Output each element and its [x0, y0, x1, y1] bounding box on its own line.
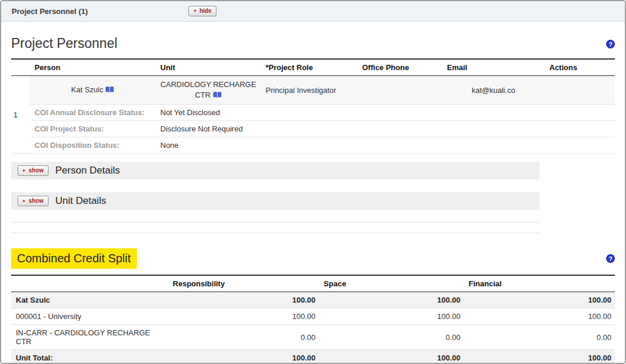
personnel-header-row: Person Unit *Project Role Office Phone E… [11, 59, 615, 76]
space-value: 100.00 [319, 292, 464, 308]
empty-rows-area [11, 212, 615, 233]
financial-value: 100.00 [464, 308, 615, 325]
expand-arrow-icon: ► [22, 168, 26, 173]
unit-details-bar: ► show Unit Details [11, 192, 539, 210]
coi-annual-disclosure-label: COI Annual Disclosure Status: [30, 105, 156, 121]
person-lookup-book-icon[interactable] [105, 86, 114, 95]
unit-details-label: Unit Details [56, 195, 106, 207]
unit-cell: CARDIOLOGY RECHARGE CTR [156, 76, 261, 105]
coi-project-status-row: COI Project Status: Disclosure Not Requi… [11, 121, 615, 137]
hide-button-label: hide [200, 8, 212, 14]
space-value: 0.00 [319, 325, 464, 350]
coi-annual-disclosure-value: Not Yet Disclosed [156, 105, 615, 121]
credit-row-label: 000001 - University [11, 308, 168, 325]
col-credit-name [11, 275, 168, 292]
combined-credit-split-section: Combined Credit Split ? Responsibility S… [11, 248, 615, 364]
credit-row-label: Unit Total: [11, 350, 168, 364]
show-button-label: show [29, 197, 44, 204]
project-role-cell: Principal Investigator [261, 76, 357, 105]
credit-row-label: IN-CARR - CARDIOLOGY RECHARGE CTR [11, 325, 168, 350]
hide-button[interactable]: ▼ hide [188, 6, 216, 16]
credit-row-university: 000001 - University 100.00 100.00 100.00 [11, 308, 615, 325]
responsibility-value: 100.00 [168, 350, 319, 364]
panel-content: Project Personnel ? Person Unit *Project… [1, 22, 625, 364]
unit-lookup-book-icon[interactable] [213, 91, 222, 100]
panel-title: Project Personnel (1) [12, 7, 88, 16]
empty-row-divider [11, 223, 539, 233]
credit-split-header-row: Responsibility Space Financial [11, 275, 615, 292]
financial-value: 0.00 [464, 325, 615, 350]
email-cell: kat@kuali.co [442, 76, 545, 105]
coi-disposition-status-label: COI Disposition Status: [30, 137, 156, 154]
credit-split-table: Responsibility Space Financial Kat Szulc… [11, 275, 615, 364]
credit-row-label: Kat Szulc [11, 292, 168, 308]
responsibility-value: 100.00 [168, 292, 319, 308]
credit-split-heading-row: Combined Credit Split ? [11, 248, 615, 269]
space-value: 100.00 [319, 350, 464, 364]
coi-project-status-value: Disclosure Not Required [156, 121, 615, 137]
personnel-section-heading: Project Personnel [11, 36, 118, 51]
unit-name: CARDIOLOGY RECHARGE CTR [160, 80, 256, 99]
project-personnel-panel: Project Personnel (1) ▼ hide Project Per… [0, 0, 626, 364]
coi-project-status-label: COI Project Status: [30, 121, 156, 137]
show-button-label: show [29, 167, 44, 174]
credit-row-cardiology: IN-CARR - CARDIOLOGY RECHARGE CTR 0.00 0… [11, 325, 615, 350]
responsibility-value: 0.00 [168, 325, 319, 350]
office-phone-cell [357, 76, 442, 105]
col-project-role: *Project Role [261, 59, 357, 76]
credit-row-unit-total: Unit Total: 100.00 100.00 100.00 [11, 350, 615, 364]
person-details-label: Person Details [56, 165, 121, 176]
col-responsibility: Responsibility [168, 275, 319, 292]
person-details-show-button[interactable]: ► show [18, 165, 49, 176]
responsibility-value: 100.00 [168, 308, 319, 325]
credit-split-heading: Combined Credit Split [11, 248, 137, 269]
col-office-phone: Office Phone [357, 59, 442, 76]
coi-annual-disclosure-row: COI Annual Disclosure Status: Not Yet Di… [11, 105, 615, 121]
coi-disposition-status-row: COI Disposition Status: None [11, 137, 615, 154]
expand-arrow-icon: ► [22, 199, 26, 203]
empty-row-divider [11, 212, 539, 223]
col-person: Person [30, 59, 156, 76]
credit-row-person: Kat Szulc 100.00 100.00 100.00 [11, 292, 615, 308]
collapse-arrow-icon: ▼ [193, 9, 197, 13]
actions-cell [545, 76, 615, 105]
space-value: 100.00 [319, 308, 464, 325]
personnel-row: 1 Kat Szulc CARDIOLOGY RECHARGE CTR Prin… [11, 76, 615, 105]
panel-header: Project Personnel (1) ▼ hide [1, 1, 625, 22]
col-row-number [11, 59, 30, 76]
row-number: 1 [11, 76, 30, 154]
col-actions: Actions [545, 59, 615, 76]
col-space: Space [319, 275, 464, 292]
unit-details-show-button[interactable]: ► show [18, 196, 49, 206]
financial-value: 100.00 [464, 350, 615, 364]
personnel-heading-row: Project Personnel ? [11, 30, 615, 58]
help-icon[interactable]: ? [606, 40, 615, 48]
coi-disposition-status-value: None [156, 137, 615, 154]
col-financial: Financial [464, 275, 615, 292]
personnel-table: Person Unit *Project Role Office Phone E… [11, 58, 615, 154]
col-unit: Unit [156, 59, 261, 76]
financial-value: 100.00 [464, 292, 615, 308]
help-icon[interactable]: ? [606, 254, 615, 263]
person-details-bar: ► show Person Details [11, 162, 539, 179]
person-name: Kat Szulc [71, 85, 104, 94]
col-email: Email [442, 59, 545, 76]
person-cell: Kat Szulc [30, 76, 156, 105]
